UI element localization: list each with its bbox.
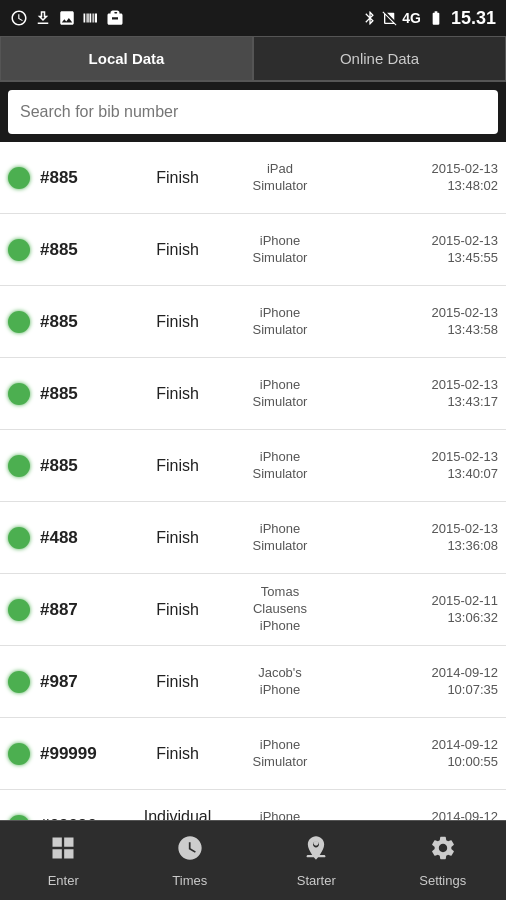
datetime-value: 2014-09-1210:06:50 [335, 809, 498, 820]
datetime-value: 2015-02-1313:40:07 [335, 449, 498, 483]
status-dot [8, 167, 30, 189]
device-name: iPhone Simulator [225, 305, 335, 339]
nav-enter[interactable]: Enter [0, 821, 127, 900]
times-icon [176, 834, 204, 869]
status-dot [8, 599, 30, 621]
svg-rect-1 [307, 855, 326, 857]
status-dot [8, 527, 30, 549]
datetime-value: 2015-02-1313:43:17 [335, 377, 498, 411]
bib-number: #887 [40, 600, 130, 620]
tab-online-data[interactable]: Online Data [253, 36, 506, 81]
event-type: Finish [130, 457, 225, 475]
datetime-value: 2015-02-1313:48:02 [335, 161, 498, 195]
device-name: Jacob's iPhone [225, 665, 335, 699]
starter-icon [302, 834, 330, 869]
table-row[interactable]: #885FinishiPhone Simulator2015-02-1313:4… [0, 430, 506, 502]
bib-number: #99999 [40, 744, 130, 764]
alarm-icon [10, 9, 28, 27]
bottom-nav: Enter Times Starter Settings [0, 820, 506, 900]
status-left-icons [10, 9, 124, 27]
datetime-value: 2014-09-1210:07:35 [335, 665, 498, 699]
table-row[interactable]: #887FinishTomas Clausens iPhone2015-02-1… [0, 574, 506, 646]
bib-number: #885 [40, 384, 130, 404]
event-type: Finish [130, 241, 225, 259]
status-time: 15.31 [451, 8, 496, 29]
device-name: iPhone Simulator [225, 521, 335, 555]
status-dot [8, 311, 30, 333]
status-dot [8, 239, 30, 261]
nosim-icon [382, 10, 398, 26]
table-row[interactable]: #488FinishiPhone Simulator2015-02-1313:3… [0, 502, 506, 574]
status-bar: 4G 15.31 [0, 0, 506, 36]
event-type: Finish [130, 745, 225, 763]
settings-icon [429, 834, 457, 869]
event-type: Finish [130, 529, 225, 547]
bib-number: #885 [40, 240, 130, 260]
status-dot [8, 743, 30, 765]
briefcase-icon [106, 9, 124, 27]
datetime-value: 2014-09-1210:00:55 [335, 737, 498, 771]
search-input[interactable] [20, 103, 486, 121]
device-name: iPhone Simulator [225, 449, 335, 483]
table-row[interactable]: #885FinishiPhone Simulator2015-02-1313:4… [0, 286, 506, 358]
device-name: Tomas Clausens iPhone [225, 584, 335, 635]
image-icon [58, 9, 76, 27]
datetime-value: 2015-02-1113:06:32 [335, 593, 498, 627]
event-type: Finish [130, 313, 225, 331]
device-name: iPad Simulator [225, 161, 335, 195]
device-name: iPhone Simulator [225, 809, 335, 820]
bib-number: #885 [40, 168, 130, 188]
device-name: iPhone Simulator [225, 737, 335, 771]
status-dot [8, 671, 30, 693]
bib-number: #885 [40, 456, 130, 476]
table-row[interactable]: #69696Individual startiPhone Simulator20… [0, 790, 506, 820]
barcode-icon [82, 9, 100, 27]
device-name: iPhone Simulator [225, 377, 335, 411]
table-row[interactable]: #885FinishiPhone Simulator2015-02-1313:4… [0, 214, 506, 286]
event-type: Individual start [130, 808, 225, 821]
bluetooth-icon [362, 10, 378, 26]
device-name: iPhone Simulator [225, 233, 335, 267]
signal-4g-icon: 4G [402, 10, 421, 26]
bib-number: #488 [40, 528, 130, 548]
results-list: #885FinishiPad Simulator2015-02-1313:48:… [0, 142, 506, 820]
bib-number: #987 [40, 672, 130, 692]
status-dot [8, 383, 30, 405]
status-right-icons: 4G 15.31 [362, 8, 496, 29]
datetime-value: 2015-02-1313:43:58 [335, 305, 498, 339]
table-row[interactable]: #987FinishJacob's iPhone2014-09-1210:07:… [0, 646, 506, 718]
nav-settings[interactable]: Settings [380, 821, 507, 900]
enter-icon [49, 834, 77, 869]
table-row[interactable]: #885FinishiPhone Simulator2015-02-1313:4… [0, 358, 506, 430]
event-type: Finish [130, 385, 225, 403]
download-icon [34, 9, 52, 27]
status-dot [8, 455, 30, 477]
event-type: Finish [130, 673, 225, 691]
search-container [8, 90, 498, 134]
event-type: Finish [130, 601, 225, 619]
tab-bar: Local Data Online Data [0, 36, 506, 82]
bib-number: #885 [40, 312, 130, 332]
event-type: Finish [130, 169, 225, 187]
nav-starter[interactable]: Starter [253, 821, 380, 900]
table-row[interactable]: #99999FinishiPhone Simulator2014-09-1210… [0, 718, 506, 790]
tab-local-data[interactable]: Local Data [0, 36, 253, 81]
nav-times[interactable]: Times [127, 821, 254, 900]
table-row[interactable]: #885FinishiPad Simulator2015-02-1313:48:… [0, 142, 506, 214]
battery-icon [425, 10, 447, 26]
datetime-value: 2015-02-1313:36:08 [335, 521, 498, 555]
datetime-value: 2015-02-1313:45:55 [335, 233, 498, 267]
